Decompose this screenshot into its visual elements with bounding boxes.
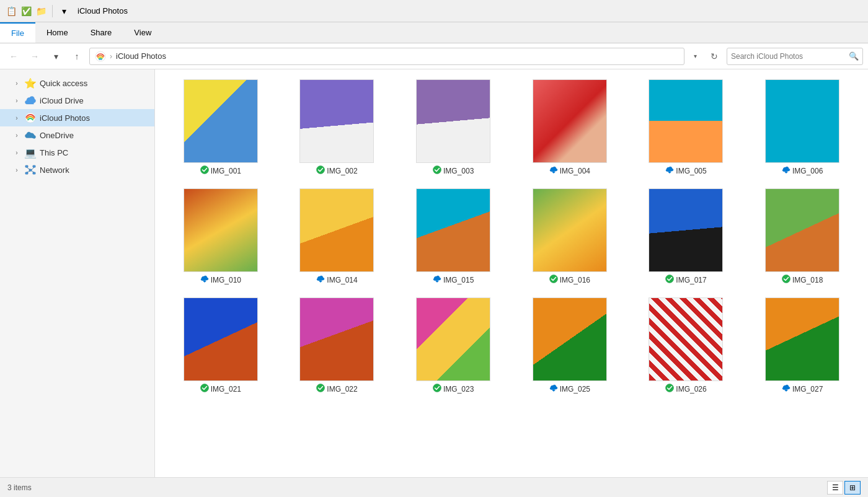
photo-thumb-IMG_014 [299, 188, 374, 272]
tab-file[interactable]: File [0, 22, 35, 43]
photo-item-IMG_006[interactable]: IMG_006 [749, 79, 856, 176]
photo-item-IMG_014[interactable]: IMG_014 [284, 188, 391, 285]
svg-point-18 [317, 384, 325, 392]
photo-filename-IMG_006: IMG_006 [792, 167, 823, 175]
photo-thumb-IMG_005 [649, 79, 723, 163]
photo-thumb-IMG_022 [299, 297, 374, 381]
status-icon-IMG_026 [665, 384, 674, 394]
svg-point-16 [782, 275, 790, 283]
quick-access-icon: ⭐ [25, 77, 36, 89]
folder-icon[interactable]: 📁 [35, 5, 47, 17]
icloud-photos-nav-icon [95, 51, 106, 62]
chevron-icon: › [12, 80, 21, 87]
photo-label-IMG_025: IMG_025 [549, 384, 590, 394]
photo-item-IMG_023[interactable]: IMG_023 [400, 297, 507, 394]
sidebar-item-network[interactable]: › Network [0, 161, 154, 178]
photo-item-IMG_026[interactable]: IMG_026 [633, 297, 740, 394]
breadcrumb-bar[interactable]: › iCloud Photos [89, 48, 684, 65]
photo-item-IMG_003[interactable]: IMG_003 [400, 79, 507, 176]
sidebar-item-label: iCloud Photos [40, 113, 90, 123]
status-icon-IMG_016 [549, 275, 558, 285]
network-icon [25, 164, 36, 175]
photo-thumb-IMG_016 [533, 188, 607, 272]
tab-view[interactable]: View [123, 22, 162, 43]
sidebar-item-icloud-drive[interactable]: › iCloud Drive [0, 92, 154, 109]
photo-item-IMG_001[interactable]: IMG_001 [167, 79, 274, 176]
sidebar-item-label: This PC [40, 148, 68, 157]
status-icon-IMG_027 [782, 384, 790, 394]
chevron-icon: › [12, 115, 21, 121]
svg-point-14 [549, 275, 557, 283]
refresh-button[interactable]: ↻ [706, 48, 723, 65]
chevron-icon: › [12, 132, 21, 139]
photo-label-IMG_017: IMG_017 [665, 275, 706, 285]
photo-label-IMG_016: IMG_016 [549, 275, 590, 285]
photo-filename-IMG_005: IMG_005 [676, 167, 706, 175]
status-icon-IMG_023 [433, 384, 441, 394]
svg-rect-4 [33, 165, 35, 167]
search-bar[interactable]: 🔍 [727, 48, 863, 65]
forward-button[interactable]: → [26, 48, 43, 65]
main-layout: › ⭐ Quick access › iCloud Drive › [0, 69, 868, 477]
photo-item-IMG_005[interactable]: IMG_005 [633, 79, 740, 176]
svg-line-8 [32, 167, 34, 170]
status-icon-IMG_006 [782, 165, 790, 176]
grid-view-button[interactable]: ⊞ [844, 481, 861, 495]
photo-thumb-IMG_027 [765, 297, 839, 381]
photo-filename-IMG_025: IMG_025 [560, 385, 590, 394]
down-arrow-icon[interactable]: ▾ [58, 5, 70, 17]
svg-point-13 [433, 166, 441, 174]
tab-home[interactable]: Home [35, 22, 79, 43]
photo-filename-IMG_004: IMG_004 [560, 167, 590, 175]
recent-locations-button[interactable]: ▾ [47, 48, 64, 65]
photo-item-IMG_021[interactable]: IMG_021 [167, 297, 274, 394]
photo-filename-IMG_001: IMG_001 [211, 167, 241, 175]
list-view-button[interactable]: ☰ [827, 481, 843, 495]
sidebar: › ⭐ Quick access › iCloud Drive › [0, 69, 155, 477]
status-icon-IMG_015 [433, 275, 441, 285]
status-icon-IMG_021 [200, 384, 209, 394]
photo-thumb-IMG_006 [765, 79, 839, 163]
photo-item-IMG_002[interactable]: IMG_002 [284, 79, 391, 176]
photo-item-IMG_004[interactable]: IMG_004 [516, 79, 623, 176]
photo-item-IMG_015[interactable]: IMG_015 [400, 188, 507, 285]
photo-item-IMG_027[interactable]: IMG_027 [749, 297, 856, 394]
photo-item-IMG_010[interactable]: IMG_010 [167, 188, 274, 285]
sidebar-item-this-pc[interactable]: › 💻 This PC [0, 144, 154, 161]
photo-thumb-IMG_002 [299, 79, 374, 163]
chevron-icon: › [12, 167, 21, 174]
photo-filename-IMG_018: IMG_018 [792, 276, 823, 284]
up-button[interactable]: ↑ [68, 48, 86, 65]
sidebar-item-icloud-photos[interactable]: › iCloud Photos [0, 109, 154, 126]
back-button[interactable]: ← [5, 48, 22, 65]
icloud-photos-icon [25, 112, 36, 123]
photo-thumb-IMG_015 [416, 188, 490, 272]
photo-thumb-IMG_001 [184, 79, 258, 163]
chevron-icon: › [12, 149, 21, 156]
pin-icon[interactable]: ✅ [20, 5, 32, 17]
sidebar-item-onedrive[interactable]: › OneDrive [0, 126, 154, 144]
address-dropdown-button[interactable]: ▾ [688, 50, 702, 63]
photo-filename-IMG_021: IMG_021 [211, 385, 241, 394]
photo-thumb-IMG_010 [184, 188, 258, 272]
svg-point-15 [666, 275, 674, 283]
search-input[interactable] [731, 52, 846, 61]
svg-point-19 [433, 384, 441, 392]
svg-line-7 [27, 167, 30, 170]
photo-item-IMG_016[interactable]: IMG_016 [516, 188, 623, 285]
photo-thumb-IMG_003 [416, 79, 490, 163]
tab-share[interactable]: Share [79, 22, 123, 43]
sidebar-item-quick-access[interactable]: › ⭐ Quick access [0, 74, 154, 92]
svg-line-9 [27, 171, 30, 172]
photo-item-IMG_017[interactable]: IMG_017 [633, 188, 740, 285]
title-bar: 📋 ✅ 📁 ▾ iCloud Photos [0, 0, 868, 22]
photo-item-IMG_025[interactable]: IMG_025 [516, 297, 623, 394]
window-title: iCloud Photos [78, 6, 128, 15]
photo-item-IMG_018[interactable]: IMG_018 [749, 188, 856, 285]
photo-thumb-IMG_026 [649, 297, 723, 381]
onedrive-icon [25, 130, 36, 141]
breadcrumb-current: iCloud Photos [116, 51, 166, 61]
photo-label-IMG_014: IMG_014 [316, 275, 357, 285]
photo-item-IMG_022[interactable]: IMG_022 [284, 297, 391, 394]
status-icon-IMG_018 [782, 275, 790, 285]
